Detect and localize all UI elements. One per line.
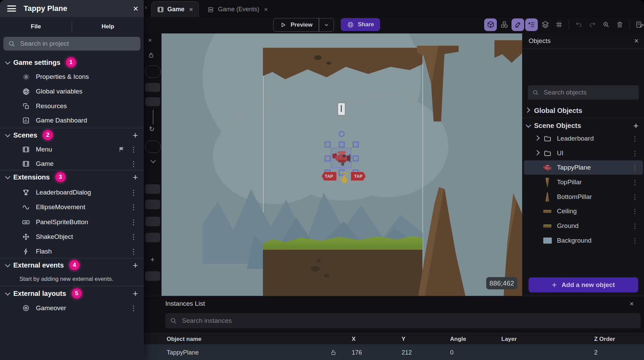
add-scene-icon[interactable]: +	[133, 131, 138, 140]
help-menu[interactable]: Help	[72, 23, 144, 30]
sidebar-item-global-variables[interactable]: Global variables	[0, 85, 144, 98]
sidebar-item-flash[interactable]: Flash ⋮	[0, 245, 144, 258]
resize-handle-w[interactable]	[325, 156, 331, 161]
section-extensions[interactable]: Extensions 3 +	[0, 171, 144, 184]
instance-row-tappyplane[interactable]: TappyPlane 176 212 0 2	[144, 344, 644, 360]
layers-icon[interactable]	[539, 18, 551, 31]
hidden-field[interactable]	[145, 233, 160, 242]
add-external-layout-icon[interactable]: +	[133, 289, 138, 298]
section-game-settings[interactable]: Game settings 1	[0, 56, 144, 69]
section-external-events[interactable]: External events 4 +	[0, 259, 144, 272]
resize-handle-e[interactable]	[353, 156, 359, 161]
scene-objects-header[interactable]: Scene Objects +	[522, 119, 644, 132]
row-menu-icon[interactable]: ⋮	[130, 145, 137, 154]
sidebar-item-game-dashboard[interactable]: Game Dashboard	[0, 114, 144, 127]
tab-close-icon[interactable]: ×	[189, 6, 193, 13]
instances-search-input[interactable]	[181, 317, 636, 325]
file-menu[interactable]: File	[0, 23, 72, 30]
chevron-down-icon[interactable]	[151, 158, 155, 164]
row-menu-icon[interactable]: ⋮	[130, 247, 137, 256]
properties-panel-icon[interactable]	[525, 18, 538, 31]
instances-search[interactable]	[165, 313, 641, 328]
share-button[interactable]: Share	[341, 18, 380, 31]
undo-icon[interactable]	[572, 18, 585, 31]
row-menu-icon[interactable]: ⋮	[130, 160, 137, 168]
row-menu-icon[interactable]: ⋮	[632, 178, 638, 186]
objects-search[interactable]	[528, 85, 639, 100]
drawer-close-icon[interactable]: ×	[133, 4, 138, 13]
hidden-field[interactable]	[145, 184, 160, 194]
project-search[interactable]	[3, 37, 140, 51]
rotation-handle[interactable]	[339, 131, 345, 137]
row-menu-icon[interactable]: ⋮	[130, 218, 137, 226]
beacon-marker[interactable]	[338, 103, 345, 115]
objects-search-input[interactable]	[543, 88, 634, 97]
preview-options-button[interactable]	[319, 22, 334, 28]
hidden-field[interactable]	[145, 83, 160, 92]
section-external-layouts[interactable]: External layouts 5 +	[0, 287, 144, 300]
sidebar-item-properties-icons[interactable]: Properties & Icons	[0, 70, 144, 83]
global-objects-header[interactable]: Global Objects	[522, 104, 644, 117]
sidebar-item-resources[interactable]: Resources	[0, 100, 144, 113]
resize-handle-nw[interactable]	[325, 142, 331, 147]
hidden-button[interactable]	[145, 141, 161, 153]
object-row-background[interactable]: Background ⋮	[524, 233, 643, 248]
hamburger-menu-icon[interactable]	[7, 4, 16, 13]
edit-scene-events-icon[interactable]	[633, 18, 644, 31]
sidebar-item-scene-game[interactable]: Game ⋮	[0, 157, 144, 170]
row-menu-icon[interactable]: ⋮	[632, 207, 638, 215]
tab-game[interactable]: Game ×	[151, 1, 199, 17]
sidebar-item-ellipsemovement[interactable]: EllipseMovement ⋮	[0, 201, 144, 214]
lock-icon[interactable]	[148, 52, 154, 58]
instances-list-icon[interactable]	[498, 18, 510, 31]
object-row-bottompillar[interactable]: BottomPillar ⋮	[524, 190, 643, 204]
zoom-in-icon[interactable]	[600, 18, 612, 31]
close-icon[interactable]: ×	[630, 300, 634, 308]
panel-close-icon[interactable]: ×	[148, 37, 152, 44]
bottom-pillar[interactable]	[418, 187, 465, 296]
sidebar-item-scene-menu[interactable]: Menu ⋮	[0, 143, 144, 156]
row-menu-icon[interactable]: ⋮	[130, 304, 137, 312]
row-menu-icon[interactable]: ⋮	[130, 188, 137, 197]
add-external-event-icon[interactable]: +	[133, 261, 138, 270]
object-row-ui[interactable]: UI ⋮	[524, 146, 643, 160]
row-menu-icon[interactable]: ⋮	[130, 203, 137, 211]
scene-canvas[interactable]: TAP TAP	[162, 33, 522, 296]
row-menu-icon[interactable]: ⋮	[632, 237, 638, 245]
object-editor-icon[interactable]	[484, 18, 497, 31]
sidebar-item-shakeobject[interactable]: ShakeObject ⋮	[0, 230, 144, 243]
unlock-icon[interactable]	[330, 349, 337, 356]
hidden-field[interactable]	[145, 200, 160, 209]
object-row-ceiling[interactable]: Ceiling ⋮	[524, 204, 643, 218]
hidden-field[interactable]	[145, 217, 160, 226]
sidebar-item-gameover[interactable]: Gameover ⋮	[0, 302, 144, 315]
add-icon[interactable]: +	[150, 255, 155, 264]
trash-icon[interactable]	[613, 18, 626, 31]
object-row-toppillar[interactable]: TopPillar ⋮	[524, 175, 643, 189]
add-new-object-button[interactable]: + Add a new object	[529, 277, 638, 292]
grid-icon[interactable]	[552, 18, 565, 31]
add-extension-icon[interactable]: +	[133, 173, 138, 182]
row-menu-icon[interactable]: ⋮	[632, 135, 638, 143]
hidden-slider[interactable]	[153, 110, 154, 124]
edit-mode-icon[interactable]	[512, 18, 524, 31]
row-menu-icon[interactable]: ⋮	[632, 149, 638, 157]
object-row-ground[interactable]: Ground ⋮	[524, 219, 643, 233]
sidebar-item-leaderboarddialog[interactable]: LeaderboardDialog ⋮	[0, 186, 144, 199]
close-icon[interactable]: ×	[634, 37, 639, 45]
row-menu-icon[interactable]: ⋮	[632, 164, 638, 172]
row-menu-icon[interactable]: ⋮	[632, 222, 638, 230]
hidden-field[interactable]	[145, 271, 160, 281]
object-row-tappyplane[interactable]: TappyPlane ⋮	[524, 160, 643, 175]
add-object-icon[interactable]: +	[633, 121, 639, 130]
hidden-tab-close-icon[interactable]: ×	[144, 5, 148, 11]
tab-game-events[interactable]: Game (Events) ×	[201, 2, 273, 17]
row-menu-icon[interactable]: ⋮	[632, 193, 638, 201]
row-menu-icon[interactable]: ⋮	[130, 233, 137, 241]
rotate-icon[interactable]: ↻	[149, 125, 155, 133]
resize-handle-n[interactable]	[339, 142, 345, 147]
hidden-button[interactable]	[145, 66, 161, 78]
sidebar-item-panelspritebutton[interactable]: OK PanelSpriteButton ⋮	[0, 216, 144, 229]
section-scenes[interactable]: Scenes 2 +	[0, 129, 144, 142]
hidden-field[interactable]	[145, 97, 160, 106]
